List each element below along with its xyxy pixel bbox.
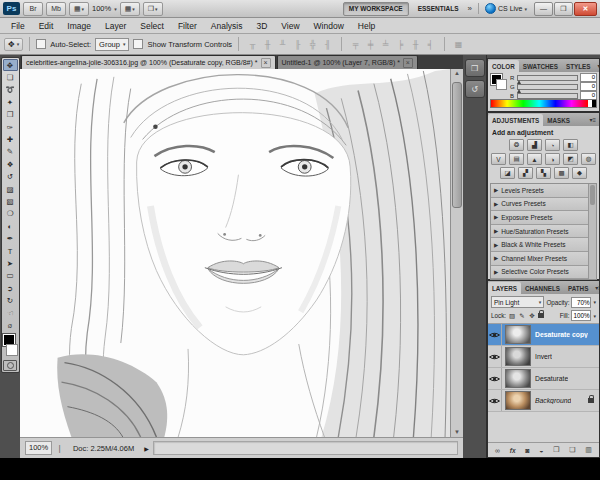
pen-tool[interactable]: ✒	[3, 232, 18, 244]
panel-menu-icon[interactable]: ▾≡	[594, 60, 600, 72]
tab-angelina-jolie-document[interactable]: celebrities-angelina-jolie-306316.jpg @ …	[21, 55, 276, 69]
lock-position-icon[interactable]: ✥	[528, 312, 536, 320]
add-layer-mask-icon[interactable]: ◙	[525, 447, 529, 454]
crop-tool[interactable]: ❐	[3, 109, 18, 121]
vertical-scrollbar[interactable]: ▲ ▼	[450, 69, 463, 437]
new-group-icon[interactable]: ❒	[553, 446, 559, 454]
layer-row[interactable]: Background	[488, 390, 599, 412]
scrollbar-thumb[interactable]	[452, 82, 462, 208]
brush-tool[interactable]: ✎	[3, 146, 18, 158]
menu-image[interactable]: Image	[60, 21, 98, 31]
posterize-adjustment-icon[interactable]: ▞	[518, 167, 533, 179]
color-spectrum-ramp[interactable]	[490, 99, 597, 108]
history-brush-tool[interactable]: ↺	[3, 171, 18, 183]
background-color-swatch[interactable]	[496, 79, 507, 90]
3d-object-rotate-tool[interactable]: ➲	[3, 282, 18, 294]
status-zoom-field[interactable]: 100%	[25, 441, 52, 455]
photo-filter-adjustment-icon[interactable]: ◩	[563, 153, 578, 165]
distribute-vertical-centers-icon[interactable]: ╪	[363, 37, 378, 51]
align-vertical-centers-icon[interactable]: ╫	[260, 37, 275, 51]
color-slider-track[interactable]	[517, 84, 578, 90]
distribute-bottom-edges-icon[interactable]: ╧	[378, 37, 393, 51]
color-slider-track[interactable]	[517, 75, 578, 81]
expander-triangle-icon[interactable]: ▶	[494, 201, 498, 207]
chevron-down-icon[interactable]: ▾	[114, 6, 117, 12]
tab-channels[interactable]: CHANNELS	[521, 282, 564, 294]
link-layers-icon[interactable]: ∞	[495, 447, 500, 454]
quick-selection-tool[interactable]: ✦	[3, 96, 18, 108]
scroll-down-icon[interactable]: ▼	[454, 428, 460, 437]
tab-styles[interactable]: STYLES	[562, 60, 595, 72]
lock-transparent-pixels-icon[interactable]: ▨	[508, 312, 516, 320]
cs-live-button[interactable]: CS Live ▾	[485, 3, 527, 14]
status-flyout-arrow-icon[interactable]: ▶	[144, 445, 149, 452]
channel-mixer-presets[interactable]: ▶ Channel Mixer Presets	[491, 252, 589, 266]
spot-healing-brush-tool[interactable]: ✚	[3, 133, 18, 145]
tab-adjustments[interactable]: ADJUSTMENTS	[488, 114, 543, 126]
selective-color-adjustment-icon[interactable]: ◆	[572, 167, 587, 179]
align-top-edges-icon[interactable]: ╥	[245, 37, 260, 51]
menu-analysis[interactable]: Analysis	[204, 21, 250, 31]
layer-visibility-toggle[interactable]	[488, 390, 502, 411]
auto-select-dropdown[interactable]: Group ▾	[95, 38, 129, 51]
launch-mini-bridge-button[interactable]: Mb	[46, 2, 66, 16]
auto-align-layers-icon[interactable]: ▦	[451, 37, 466, 51]
invert-adjustment-icon[interactable]: ◪	[500, 167, 515, 179]
workspace-overflow-chevron[interactable]: »	[468, 4, 472, 13]
tab-swatches[interactable]: SWATCHES	[519, 60, 562, 72]
vibrance-adjustment-icon[interactable]: V	[491, 153, 506, 165]
exposure-presets[interactable]: ▶ Exposure Presets	[491, 211, 589, 225]
levels-presets[interactable]: ▶ Levels Presets	[491, 184, 589, 198]
presets-scrollbar[interactable]	[588, 184, 596, 279]
path-selection-tool[interactable]: ➤	[3, 257, 18, 269]
workspace-essentials-button[interactable]: ESSENTIALS	[413, 3, 464, 15]
color-slider-track[interactable]	[517, 93, 578, 99]
eraser-tool[interactable]: ▨	[3, 183, 18, 195]
color-value-field[interactable]: 0	[580, 82, 597, 91]
lasso-tool[interactable]: ➰	[3, 84, 18, 96]
selective-color-presets[interactable]: ▶ Selective Color Presets	[491, 266, 589, 280]
mini-bridge-panel-icon[interactable]: ❒	[465, 59, 485, 77]
levels-adjustment-icon[interactable]: ▟	[527, 139, 542, 151]
layer-row[interactable]: Desaturate copy	[488, 324, 599, 346]
layer-thumbnail[interactable]	[505, 391, 531, 410]
restore-button[interactable]: ❐	[554, 2, 573, 16]
layer-visibility-toggle[interactable]	[488, 346, 502, 367]
launch-bridge-button[interactable]: Br	[23, 2, 43, 16]
arrange-documents-button[interactable]: ▦▾	[120, 2, 140, 16]
layer-row[interactable]: Desaturate	[488, 368, 599, 390]
menu-edit[interactable]: Edit	[32, 21, 61, 31]
tab-paths[interactable]: PATHS	[564, 282, 592, 294]
curves-adjustment-icon[interactable]: ◔	[545, 139, 560, 151]
zoom-level-field[interactable]: 100%	[92, 4, 111, 13]
new-layer-icon[interactable]: ❏	[569, 446, 575, 454]
distribute-right-edges-icon[interactable]: ╡	[423, 37, 438, 51]
channel-mixer-adjustment-icon[interactable]: ◍	[581, 153, 596, 165]
menu-filter[interactable]: Filter	[171, 21, 204, 31]
close-button[interactable]: ✕	[574, 2, 597, 16]
tool-preset-picker[interactable]: ✥ ▾	[4, 38, 23, 51]
lock-all-icon[interactable]	[538, 313, 544, 318]
gradient-map-adjustment-icon[interactable]: ▩	[554, 167, 569, 179]
background-color-swatch[interactable]	[6, 344, 18, 356]
menu-help[interactable]: Help	[351, 21, 382, 31]
show-transform-controls-checkbox[interactable]	[133, 39, 143, 49]
black-white-adjustment-icon[interactable]: ◑	[545, 153, 560, 165]
delete-layer-icon[interactable]: ▥	[585, 446, 592, 454]
expander-triangle-icon[interactable]: ▶	[494, 242, 498, 248]
panel-menu-icon[interactable]: ▾≡	[592, 282, 600, 294]
hue-saturation-presets[interactable]: ▶ Hue/Saturation Presets	[491, 225, 589, 239]
menu-select[interactable]: Select	[133, 21, 171, 31]
scroll-up-icon[interactable]: ▲	[454, 69, 460, 78]
menu-view[interactable]: View	[274, 21, 306, 31]
quick-mask-button[interactable]	[3, 360, 17, 371]
workspace-my-workspace-button[interactable]: MY WORKSPACE	[343, 2, 409, 16]
menu-file[interactable]: File	[4, 21, 32, 31]
zoom-tool[interactable]: ⌀	[3, 319, 18, 331]
expander-triangle-icon[interactable]: ▶	[494, 187, 498, 193]
align-bottom-edges-icon[interactable]: ╨	[275, 37, 290, 51]
layer-row[interactable]: Invert	[488, 346, 599, 368]
layer-style-icon[interactable]: fx	[510, 447, 516, 454]
chevron-down-icon[interactable]: ▾	[593, 313, 596, 319]
align-right-edges-icon[interactable]: ╢	[320, 37, 335, 51]
